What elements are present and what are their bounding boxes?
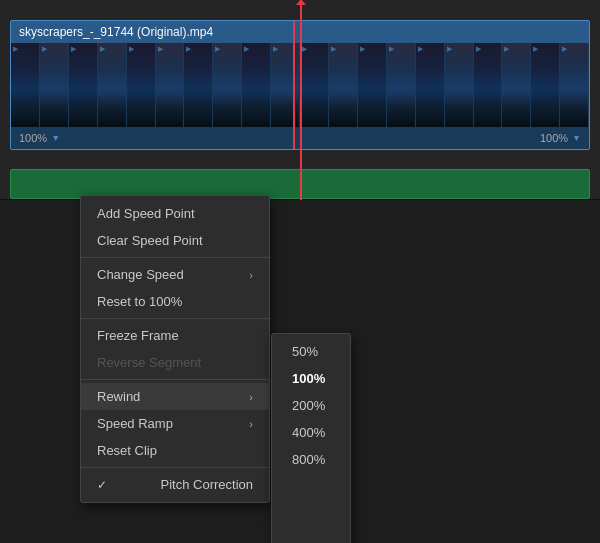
thumbnail-15: [416, 43, 445, 128]
submenu-100pct[interactable]: 100%: [272, 365, 350, 392]
thumbnail-17: [474, 43, 503, 128]
menu-item-freeze-frame[interactable]: Freeze Frame: [81, 322, 269, 349]
thumbnail-1: [11, 43, 40, 128]
arrow-change-speed: ›: [249, 269, 253, 281]
submenu-400pct[interactable]: 400%: [272, 419, 350, 446]
thumbnail-11: [300, 43, 329, 128]
separator-4: [81, 467, 269, 468]
submenu-800pct[interactable]: 800%: [272, 446, 350, 473]
menu-item-add-speed-point[interactable]: Add Speed Point: [81, 200, 269, 227]
submenu-200pct[interactable]: 200%: [272, 392, 350, 419]
menu-item-pitch-correction[interactable]: ✓ Pitch Correction: [81, 471, 269, 498]
thumbnail-16: [445, 43, 474, 128]
context-menu-wrapper: Add Speed Point Clear Speed Point Change…: [80, 195, 351, 503]
menu-item-reverse-segment: Reverse Segment: [81, 349, 269, 376]
speed-arrow-right: ▼: [572, 133, 581, 143]
timeline-area: skyscrapers_-_91744 (Original).mp4: [0, 0, 600, 200]
thumbnail-20: [560, 43, 589, 128]
menu-item-change-speed[interactable]: Change Speed ›: [81, 261, 269, 288]
thumbnail-8: [213, 43, 242, 128]
thumbnail-4: [98, 43, 127, 128]
menu-item-reset-100[interactable]: Reset to 100%: [81, 288, 269, 315]
context-menu: Add Speed Point Clear Speed Point Change…: [80, 195, 270, 503]
thumbnail-5: [127, 43, 156, 128]
separator-2: [81, 318, 269, 319]
check-icon: ✓: [97, 478, 107, 492]
menu-item-speed-ramp[interactable]: Speed Ramp ›: [81, 410, 269, 437]
clip-label: skyscrapers_-_91744 (Original).mp4: [19, 25, 213, 39]
thumbnail-2: [40, 43, 69, 128]
menu-item-clear-speed-point[interactable]: Clear Speed Point: [81, 227, 269, 254]
thumbnail-14: [387, 43, 416, 128]
separator-3: [81, 379, 269, 380]
thumbnail-18: [502, 43, 531, 128]
clip-divider: [293, 21, 295, 150]
arrow-rewind: ›: [249, 391, 253, 403]
speed-right: 100% ▼: [540, 132, 581, 144]
thumbnail-3: [69, 43, 98, 128]
speed-arrow-left: ▼: [51, 133, 60, 143]
thumbnail-19: [531, 43, 560, 128]
arrow-speed-ramp: ›: [249, 418, 253, 430]
thumbnail-13: [358, 43, 387, 128]
submenu-rewind: 50% 100% 200% 400% 800%: [271, 333, 351, 543]
menu-item-reset-clip[interactable]: Reset Clip: [81, 437, 269, 464]
speed-left: 100% ▼: [19, 132, 60, 144]
thumbnail-10: [271, 43, 300, 128]
thumbnail-12: [329, 43, 358, 128]
playhead: [300, 0, 302, 200]
menu-item-rewind[interactable]: Rewind ›: [81, 383, 269, 410]
thumbnail-6: [156, 43, 185, 128]
thumbnail-7: [184, 43, 213, 128]
submenu-50pct[interactable]: 50%: [272, 338, 350, 365]
separator-1: [81, 257, 269, 258]
thumbnail-9: [242, 43, 271, 128]
